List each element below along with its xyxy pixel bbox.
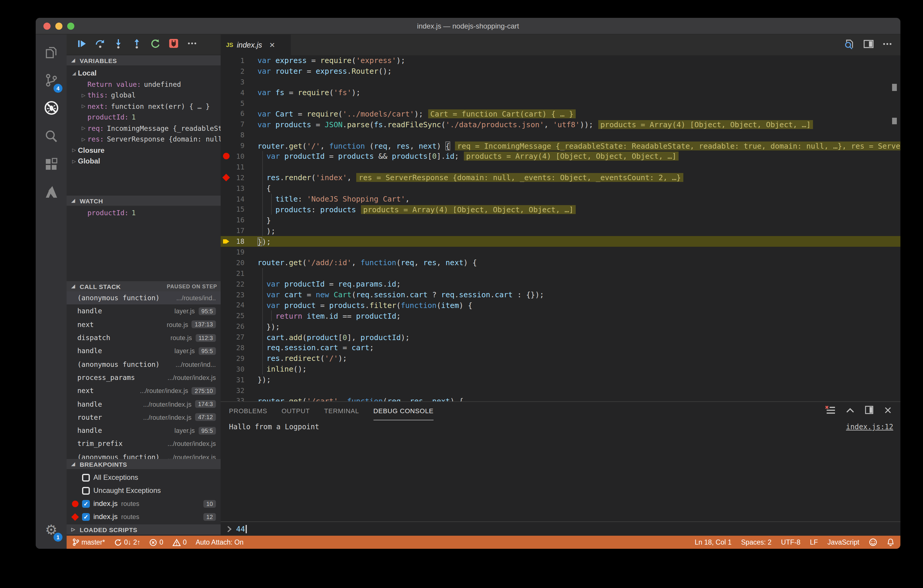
gutter[interactable]: 27 [221, 332, 258, 342]
breakpoint-row[interactable]: ✓index.jsroutes10 [67, 497, 221, 510]
code-line[interactable]: 12 res.render('index',res = ServerRespon… [221, 172, 900, 183]
source-location-link[interactable]: index.js:12 [846, 423, 893, 431]
tab-index-js[interactable]: JS index.js ✕ [221, 34, 291, 55]
tab-close-icon[interactable]: ✕ [269, 41, 275, 49]
variables-section-header[interactable]: ◢VARIABLES [67, 55, 221, 66]
status-item-javascript[interactable]: JavaScript [828, 539, 859, 546]
close-window-button[interactable] [43, 22, 51, 30]
code-line[interactable]: 27 cart.add(product[0], productId); [221, 332, 900, 342]
scope-row[interactable]: ◢Local [67, 68, 221, 79]
status-item-auto-attach-on[interactable]: Auto Attach: On [195, 539, 243, 546]
call-stack-frame[interactable]: (anonymous function).../router/index.js [67, 450, 221, 459]
call-stack-frame[interactable]: (anonymous function).../routes/ind.. [67, 291, 221, 305]
activity-item-extensions[interactable] [36, 151, 67, 179]
gutter[interactable]: 9 [221, 140, 258, 151]
status-item-0[interactable]: 0 [172, 538, 187, 546]
code-line[interactable]: 7var products = JSON.parse(fs.readFileSy… [221, 119, 900, 130]
call-stack-frame[interactable]: next.../router/index.js275:10 [67, 384, 221, 397]
panel-tab-output[interactable]: OUTPUT [282, 402, 310, 420]
step-into-button[interactable] [112, 39, 124, 51]
gutter[interactable]: 15 [221, 204, 258, 215]
code-editor[interactable]: 1var express = require('express');2var r… [221, 55, 900, 401]
gutter[interactable]: 20 [221, 258, 258, 268]
call-stack-section-header[interactable]: ◢CALL STACKPAUSED ON STEP [67, 281, 221, 291]
code-line[interactable]: 10 var productId = products && products[… [221, 151, 900, 162]
gutter[interactable]: 29 [221, 353, 258, 364]
activity-item-source-control[interactable]: 4 [36, 67, 67, 95]
code-line[interactable]: 13 { [221, 183, 900, 194]
activity-item-debug[interactable] [36, 95, 67, 123]
code-line[interactable]: 21 [221, 268, 900, 279]
watch-section-header[interactable]: ◢WATCH [67, 195, 221, 206]
code-line[interactable]: 31}); [221, 374, 900, 385]
restart-button[interactable] [149, 39, 161, 51]
code-line[interactable]: 15 products: productsproducts = Array(4)… [221, 204, 900, 215]
debug-console-input[interactable]: 44 [221, 521, 900, 536]
clear-console-button[interactable] [825, 405, 836, 417]
split-panel-button[interactable] [865, 406, 874, 417]
gutter[interactable]: 25 [221, 310, 258, 321]
variable-row[interactable]: ▷req:IncomingMessage {_readableSt… [67, 123, 221, 134]
code-line[interactable]: 1var express = require('express'); [221, 55, 900, 66]
call-stack-frame[interactable]: nextroute.js137:13 [67, 318, 221, 331]
close-panel-button[interactable] [884, 406, 892, 417]
gutter[interactable]: 10 [221, 151, 258, 162]
code-line[interactable]: 4var fs = require('fs'); [221, 87, 900, 98]
checkbox-unchecked[interactable] [82, 473, 90, 481]
code-line[interactable]: 19 [221, 247, 900, 258]
call-stack-frame[interactable]: dispatchroute.js112:3 [67, 331, 221, 345]
code-line[interactable]: 11 [221, 162, 900, 172]
code-line[interactable]: 24 var product = products.filter(functio… [221, 300, 900, 310]
step-out-button[interactable] [131, 39, 143, 51]
activity-item-azure[interactable] [36, 179, 67, 207]
code-line[interactable]: 22 var productId = req.params.id; [221, 279, 900, 289]
status-item-0-2-[interactable]: 0↓ 2↑ [114, 538, 140, 546]
status-item-bell[interactable] [887, 538, 895, 546]
variable-row[interactable]: productId:1 [67, 112, 221, 123]
code-line[interactable]: 5 [221, 98, 900, 108]
code-line[interactable]: 30 inline(); [221, 364, 900, 374]
status-item-master-[interactable]: master* [72, 538, 105, 546]
code-line[interactable]: 25 return item.id == productId; [221, 310, 900, 321]
zoom-window-button[interactable] [67, 22, 74, 30]
gutter[interactable]: 8 [221, 130, 258, 140]
breakpoints-section-header[interactable]: ◢BREAKPOINTS [67, 459, 221, 469]
variable-row[interactable]: productId:1 [67, 207, 221, 218]
gutter[interactable]: 7 [221, 119, 258, 130]
activity-item-explorer[interactable] [36, 39, 67, 67]
call-stack-frame[interactable]: handlelayer.js95:5 [67, 424, 221, 437]
gutter[interactable]: 13 [221, 183, 258, 194]
checkbox-checked[interactable]: ✓ [82, 513, 90, 521]
title-bar[interactable]: index.js — nodejs-shopping-cart [36, 18, 900, 34]
gutter[interactable]: 18 [221, 236, 258, 247]
gutter[interactable]: 2 [221, 66, 258, 77]
checkbox-unchecked[interactable] [82, 487, 90, 494]
disconnect-button[interactable] [168, 39, 180, 51]
call-stack-frame[interactable]: handle.../router/index.js174:3 [67, 397, 221, 411]
gutter[interactable]: 23 [221, 289, 258, 300]
exception-breakpoint-row[interactable]: All Exceptions [67, 471, 221, 484]
gutter[interactable]: 6 [221, 108, 258, 119]
gutter[interactable]: 24 [221, 300, 258, 310]
call-stack-frame[interactable]: trim_prefix.../router/index.js [67, 437, 221, 451]
status-item-lf[interactable]: LF [810, 539, 818, 546]
activity-item-settings[interactable]: ⚙1 [36, 516, 67, 544]
variable-row[interactable]: ▷this:global [67, 90, 221, 101]
gutter[interactable]: 32 [221, 385, 258, 396]
step-over-button[interactable] [94, 39, 106, 51]
gutter[interactable]: 22 [221, 279, 258, 289]
code-line[interactable]: 26 }); [221, 321, 900, 332]
split-editor-button[interactable] [864, 39, 874, 51]
code-line[interactable]: 8 [221, 130, 900, 140]
more-button[interactable] [186, 39, 198, 51]
gutter[interactable]: 21 [221, 268, 258, 279]
gutter[interactable]: 31 [221, 374, 258, 385]
gutter[interactable]: 28 [221, 342, 258, 353]
scope-row[interactable]: ▷Global [67, 156, 221, 167]
gutter[interactable]: 17 [221, 226, 258, 237]
gutter[interactable]: 19 [221, 247, 258, 258]
code-line[interactable]: 9router.get('/', function (req, res, nex… [221, 140, 900, 151]
call-stack-frame[interactable]: (anonymous function).../router/ind... [67, 358, 221, 371]
code-line[interactable]: 32 [221, 385, 900, 396]
status-item-ln-18-col-1[interactable]: Ln 18, Col 1 [695, 539, 731, 546]
